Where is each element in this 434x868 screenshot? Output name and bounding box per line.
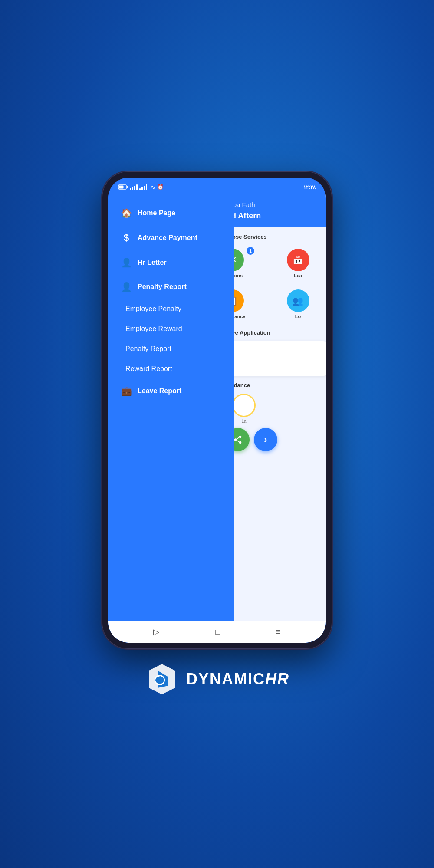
share-icon [233,435,243,444]
sidebar-item-leave-report[interactable]: 💼 Leave Report [117,380,234,402]
brand-name-highlight: HR [265,670,289,688]
brand-logo [145,662,179,697]
home-nav-icon[interactable]: □ [215,628,220,637]
signal-bars-1 [130,184,138,190]
location-icon: 👥 [293,296,303,306]
late-item: La [232,394,256,424]
screen-content: 🏠 Home Page $ Advance Payment 👤 Hr Lette… [108,193,326,621]
svg-line-9 [237,437,239,439]
phone-screen: ∿ ⏰ ۱۲:۳۸ 🏠 Home Page $ Advance Payment [108,178,326,643]
phone-bottom-bar: ▷ □ ≡ [108,621,326,643]
menu-nav-icon[interactable]: ≡ [276,628,281,637]
sidebar-item-employee-reward[interactable]: Employee Reward [117,320,234,338]
svg-line-8 [237,440,239,442]
service-leave[interactable]: 📅 Lea [267,245,326,282]
person-icon: 👤 [121,257,132,268]
sidebar-item-penalty-report[interactable]: 👤 Penalty Report [117,276,234,298]
svg-point-6 [234,438,237,441]
home-icon: 🏠 [121,208,132,218]
location-icon-circle: 👥 [287,289,309,312]
svg-rect-1 [127,186,128,188]
sidebar-item-home[interactable]: 🏠 Home Page [117,202,234,224]
phone-wrapper: ∿ ⏰ ۱۲:۳۸ 🏠 Home Page $ Advance Payment [102,171,332,697]
status-bar-left: ∿ ⏰ [118,184,164,191]
chevron-right-icon: › [264,434,267,445]
briefcase-icon: 💼 [121,386,132,396]
sidebar: 🏠 Home Page $ Advance Payment 👤 Hr Lette… [108,193,234,621]
signal-bars-2 [139,184,147,190]
sidebar-item-reward-report[interactable]: Reward Report [117,360,234,378]
back-nav-icon[interactable]: ▷ [153,627,159,637]
sidebar-item-hr-letter[interactable]: 👤 Hr Letter [117,251,234,274]
status-bar: ∿ ⏰ ۱۲:۳۸ [108,178,326,193]
service-location[interactable]: 👥 Lo [267,286,326,322]
svg-point-7 [239,441,242,444]
leave-icon-circle: 📅 [287,249,309,271]
svg-rect-2 [119,186,124,189]
location-label: Lo [295,314,301,319]
status-time: ۱۲:۳۸ [303,184,316,190]
sidebar-item-employee-penalty[interactable]: Employee Penalty [117,300,234,318]
brand-section: DYNAMICHR [145,662,289,697]
phone-shell: ∿ ⏰ ۱۲:۳۸ 🏠 Home Page $ Advance Payment [102,171,332,649]
late-label: La [241,419,246,424]
svg-point-5 [239,436,242,438]
sidebar-item-penalty-report-2[interactable]: Penalty Report [117,340,234,358]
battery-icon [118,184,128,190]
wifi-icon: ∿ [151,184,155,191]
dollar-icon: $ [121,232,132,243]
leave-icon: 📅 [293,255,303,265]
fab-blue-button[interactable]: › [254,428,277,451]
leave-label: Lea [294,273,302,278]
sidebar-item-advance-payment[interactable]: $ Advance Payment [117,226,234,250]
late-count [232,394,256,417]
brand-name-text: DYNAMIC [186,670,265,688]
alarm-icon: ⏰ [157,184,164,190]
account-icon: 👤 [121,282,132,292]
brand-name: DYNAMICHR [186,670,289,688]
missions-badge: 1 [247,247,254,255]
